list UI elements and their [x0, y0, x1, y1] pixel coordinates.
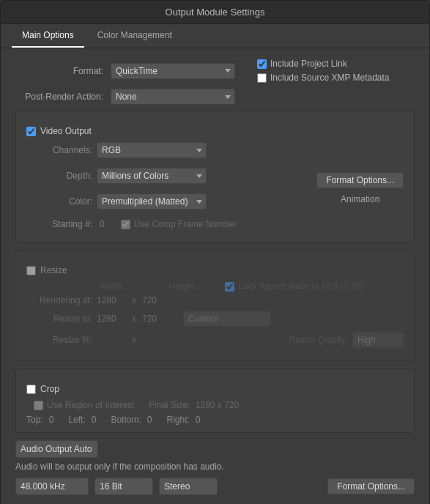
- starting-row: Starting #: 0 Use Comp Frame Number: [26, 219, 237, 229]
- final-size-display: Final Size: 1280 x 720: [149, 400, 239, 410]
- resize-pct-row: Resize %: x Resize Quality: High: [26, 332, 404, 348]
- resize-to-label: Resize to:: [26, 314, 92, 324]
- format-options-button[interactable]: Format Options...: [316, 172, 404, 188]
- tab-color-management[interactable]: Color Management: [87, 24, 182, 48]
- channels-and-format-row: Channels: RGB Depth: Millions of Colors: [26, 142, 404, 234]
- sample-rate-select[interactable]: 48.000 kHz: [15, 478, 89, 495]
- lock-aspect-label: Lock Aspect Ratio to 16:9 (1.78): [238, 281, 363, 292]
- video-output-checkbox[interactable]: [26, 127, 36, 136]
- resize-pct-label: Resize %:: [26, 335, 92, 345]
- resize-w: 1280: [97, 314, 126, 324]
- use-roi-label: Use Region of Interest: [47, 400, 134, 410]
- starting-value: 0: [100, 219, 105, 229]
- include-source-xmp-checkbox[interactable]: [257, 73, 267, 83]
- post-render-select[interactable]: None: [111, 89, 235, 105]
- lock-aspect-checkbox[interactable]: [225, 282, 234, 292]
- window-title: Output Module Settings: [166, 7, 265, 18]
- crop-checkbox[interactable]: [26, 385, 36, 394]
- rendering-x-sep: x: [130, 295, 138, 305]
- depth-label: Depth:: [26, 171, 92, 181]
- crop-left: Left: 0: [68, 415, 96, 425]
- audio-controls-row: 48.000 kHz 16 Bit Stereo Format Options.…: [15, 478, 415, 495]
- bit-depth-select[interactable]: 16 Bit: [94, 478, 153, 495]
- include-source-xmp-label: Include Source XMP Metadata: [270, 73, 390, 83]
- post-render-label: Post-Render Action:: [15, 92, 111, 102]
- audio-note: Audio will be output only if the composi…: [15, 462, 415, 472]
- color-select[interactable]: Premultiplied (Matted): [97, 193, 207, 210]
- include-source-xmp-row: Include Source XMP Metadata: [257, 73, 390, 83]
- tab-bar: Main Options Color Management: [1, 24, 429, 48]
- depth-select[interactable]: Millions of Colors: [97, 168, 207, 184]
- main-content: Format: QuickTime Include Project Link I…: [1, 48, 429, 504]
- rendering-h: 720: [142, 295, 171, 305]
- post-render-row: Post-Render Action: None: [15, 89, 415, 105]
- resize-custom-select[interactable]: Custom: [183, 311, 271, 327]
- resize-custom-label: Custom: [183, 311, 271, 327]
- resize-checkbox[interactable]: [26, 266, 36, 275]
- resize-quality-row: Resize Quality: High: [289, 332, 404, 348]
- audio-format-options-button[interactable]: Format Options...: [327, 478, 415, 494]
- channels-select[interactable]: RGB: [97, 142, 207, 158]
- resize-h: 720: [142, 314, 171, 324]
- final-size-value: 1280 x 720: [196, 400, 239, 410]
- starting-label: Starting #:: [26, 219, 92, 229]
- use-roi-checkbox: [34, 401, 43, 410]
- audio-output-select[interactable]: Audio Output Auto: [15, 440, 98, 458]
- channels-label: Channels:: [26, 145, 92, 155]
- title-bar: Output Module Settings: [1, 1, 429, 24]
- resize-to-row: Resize to: 1280 x 720 Custom: [26, 311, 404, 327]
- format-row: Format: QuickTime Include Project Link I…: [15, 59, 415, 83]
- resize-quality-select[interactable]: High: [352, 332, 404, 348]
- crop-values-row: Top: 0 Left: 0 Bottom: 0 Right: 0: [26, 415, 404, 425]
- rendering-at-label: Rendering at:: [26, 295, 92, 305]
- height-col-label: Height: [169, 281, 195, 292]
- video-output-panel: Video Output Channels: RGB Depth:: [15, 111, 415, 242]
- use-comp-frame-checkbox: [121, 220, 130, 229]
- format-select[interactable]: QuickTime: [111, 63, 235, 79]
- channels-audio-select[interactable]: Stereo: [159, 478, 218, 495]
- rendering-w: 1280: [97, 295, 126, 305]
- use-comp-frame-label: Use Comp Frame Number: [134, 219, 237, 229]
- color-label: Color:: [26, 196, 92, 207]
- use-comp-frame-row: Use Comp Frame Number: [121, 219, 237, 229]
- depth-row: Depth: Millions of Colors: [26, 168, 237, 184]
- tab-main-options[interactable]: Main Options: [12, 24, 84, 48]
- rendering-at-row: Rendering at: 1280 x 720: [26, 295, 404, 305]
- format-label: Format:: [15, 66, 111, 76]
- use-roi-row: Use Region of Interest: [34, 400, 134, 410]
- audio-output-bar: Audio Output Auto: [15, 440, 415, 458]
- include-project-link-checkbox[interactable]: [257, 59, 267, 69]
- crop-panel: Crop Use Region of Interest Final Size: …: [15, 368, 415, 433]
- output-module-settings-window: Output Module Settings Main Options Colo…: [0, 0, 430, 504]
- animation-label: Animation: [341, 194, 379, 204]
- width-col-label: Width: [100, 281, 122, 292]
- include-project-link-label: Include Project Link: [270, 59, 347, 69]
- final-size-label: Final Size:: [149, 400, 190, 410]
- crop-bottom: Bottom: 0: [111, 415, 152, 425]
- crop-header: Crop: [26, 384, 404, 394]
- resize-header: Resize: [26, 265, 404, 275]
- video-output-header: Video Output: [26, 126, 404, 136]
- resize-quality-label: Resize Quality:: [289, 335, 348, 345]
- crop-right: Right: 0: [166, 415, 200, 425]
- include-project-link-row: Include Project Link: [257, 59, 390, 69]
- color-row: Color: Premultiplied (Matted): [26, 193, 237, 210]
- format-options-section: Format Options... Animation: [316, 172, 404, 204]
- audio-controls: 48.000 kHz 16 Bit Stereo: [15, 478, 218, 495]
- resize-panel: Resize Width Height Lock Aspect Ratio to…: [15, 250, 415, 361]
- channels-row: Channels: RGB: [26, 142, 237, 158]
- crop-top: Top: 0: [26, 415, 53, 425]
